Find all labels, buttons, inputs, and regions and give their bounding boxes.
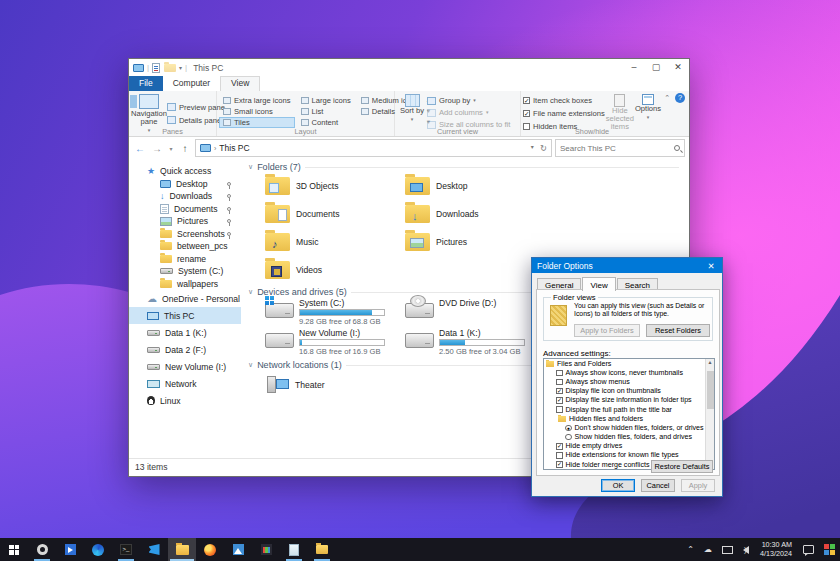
sidebar-item-wallpapers[interactable]: wallpapers — [129, 278, 241, 291]
refresh-icon[interactable]: ↻ — [540, 143, 547, 153]
sidebar-item-onedrive[interactable]: ☁OneDrive - Personal — [129, 290, 241, 307]
apply-button[interactable]: Apply — [681, 479, 715, 492]
taskbar-file-explorer[interactable] — [168, 538, 196, 561]
sidebar-item-documents[interactable]: Documents — [129, 203, 241, 216]
start-button[interactable] — [0, 538, 28, 561]
list-check-hide-extensions[interactable]: Hide extensions for known file types — [544, 451, 714, 460]
volume-icon[interactable] — [738, 538, 754, 561]
taskbar-photos[interactable] — [224, 538, 252, 561]
address-dropdown-icon[interactable]: ▾ — [531, 143, 534, 153]
collapse-icon[interactable]: ∨ — [248, 361, 253, 369]
sidebar-item-between-pcs[interactable]: between_pcs — [129, 240, 241, 253]
minimize-button[interactable]: – — [623, 59, 645, 76]
drive-tile-new-volume[interactable]: New Volume (I:) 16.8 GB free of 16.9 GB — [265, 327, 405, 357]
sidebar-item-quick-access[interactable]: ★Quick access — [129, 165, 241, 178]
sidebar-item-data2[interactable]: Data 2 (F:) — [129, 341, 241, 358]
folder-tile-videos[interactable]: Videos — [265, 256, 405, 284]
ok-button[interactable]: OK — [601, 479, 635, 492]
sidebar-item-desktop[interactable]: Desktop — [129, 178, 241, 191]
scrollbar[interactable]: ▲▼ — [705, 359, 714, 469]
list-radio-dont-show-hidden[interactable]: ●Don't show hidden files, folders, or dr… — [544, 423, 714, 432]
folder-tile-documents[interactable]: Documents — [265, 200, 405, 228]
folder-tile-downloads[interactable]: ↓Downloads — [405, 200, 545, 228]
search-icon[interactable] — [674, 145, 680, 151]
taskbar-clock[interactable]: 10:30 AM 4/13/2024 — [754, 541, 798, 558]
close-button[interactable]: ✕ — [667, 59, 689, 76]
tab-computer[interactable]: Computer — [163, 76, 220, 91]
item-check-boxes-checkbox[interactable]: ✓ Item check boxes — [523, 95, 605, 106]
sidebar-item-new-volume[interactable]: New Volume (I:) — [129, 358, 241, 375]
sidebar-item-pictures[interactable]: Pictures — [129, 215, 241, 228]
colorful-app-icon[interactable] — [819, 538, 840, 561]
taskbar-terminal[interactable]: >_ — [112, 538, 140, 561]
minimize-ribbon-icon[interactable]: ⌃ — [664, 94, 670, 102]
onedrive-icon[interactable]: ☁ — [699, 538, 717, 561]
layout-small-icons[interactable]: Small icons — [219, 106, 295, 117]
network-tile-theater[interactable]: Theater — [265, 372, 405, 398]
qat-properties-icon[interactable] — [152, 63, 160, 73]
cancel-button[interactable]: Cancel — [641, 479, 675, 492]
maximize-button[interactable]: ▢ — [645, 59, 667, 76]
drive-tile-data1[interactable]: Data 1 (K:) 2.50 GB free of 3.04 GB — [405, 327, 545, 357]
sidebar-item-this-pc[interactable]: This PC — [129, 307, 241, 324]
qat-customize-icon[interactable]: ▾ — [179, 64, 182, 71]
address-bar[interactable]: › This PC ▾ ↻ — [195, 139, 552, 157]
layout-extra-large-icons[interactable]: Extra large icons — [219, 95, 295, 106]
list-check-display-full-path[interactable]: Display the full path in the title bar — [544, 405, 714, 414]
sidebar-item-rename[interactable]: rename — [129, 253, 241, 266]
group-by-button[interactable]: Group by ▾ — [427, 95, 510, 106]
taskbar-notepad[interactable] — [280, 538, 308, 561]
up-button[interactable]: ↑ — [178, 143, 192, 154]
drive-tile-system-c[interactable]: System (C:) 9.28 GB free of 68.8 GB — [265, 297, 405, 327]
collapse-icon[interactable]: ∨ — [248, 288, 253, 296]
sidebar-item-data1[interactable]: Data 1 (K:) — [129, 324, 241, 341]
breadcrumb[interactable]: This PC — [219, 143, 249, 153]
dialog-close-button[interactable]: ✕ — [700, 261, 722, 271]
taskbar-folder[interactable] — [308, 538, 336, 561]
sidebar-item-linux[interactable]: Linux — [129, 392, 241, 409]
sidebar-item-screenshots[interactable]: Screenshots — [129, 228, 241, 241]
collapse-icon[interactable]: ∨ — [248, 163, 253, 171]
add-columns-button[interactable]: Add columns ▾ — [427, 107, 510, 118]
taskbar-vscode[interactable] — [140, 538, 168, 561]
taskbar-store[interactable] — [252, 538, 280, 561]
tray-expand-icon[interactable]: ⌃ — [682, 538, 699, 561]
sidebar-item-network[interactable]: Network — [129, 375, 241, 392]
folder-tile-pictures[interactable]: Pictures — [405, 228, 545, 256]
layout-list[interactable]: List — [297, 106, 355, 117]
recent-locations-icon[interactable]: ▾ — [167, 145, 175, 152]
back-button[interactable]: ← — [133, 143, 147, 154]
sort-by-button[interactable]: Sort by ▾ — [397, 93, 427, 130]
list-radio-show-hidden[interactable]: Show hidden files, folders, and drives — [544, 433, 714, 442]
tab-view[interactable]: View — [220, 76, 260, 91]
restore-defaults-button[interactable]: Restore Defaults — [651, 460, 713, 473]
taskbar-firefox[interactable] — [196, 538, 224, 561]
search-input[interactable] — [560, 144, 674, 153]
forward-button[interactable]: → — [150, 143, 164, 154]
display-icon[interactable] — [717, 538, 738, 561]
list-check-display-file-size[interactable]: ✓Display file size information in folder… — [544, 396, 714, 405]
tab-view[interactable]: View — [582, 277, 615, 291]
folder-tile-desktop[interactable]: Desktop — [405, 172, 545, 200]
notifications-icon[interactable] — [798, 538, 819, 561]
list-check-always-show-icons[interactable]: Always show icons, never thumbnails — [544, 368, 714, 377]
taskbar-settings[interactable] — [28, 538, 56, 561]
folder-tile-3d-objects[interactable]: 3D Objects — [265, 172, 405, 200]
layout-large-icons[interactable]: Large icons — [297, 95, 355, 106]
sidebar-item-system-c[interactable]: System (C:) — [129, 265, 241, 278]
qat-new-folder-icon[interactable] — [164, 64, 176, 72]
advanced-settings-list[interactable]: Files and Folders Always show icons, nev… — [543, 358, 715, 470]
help-icon[interactable]: ? — [675, 93, 685, 103]
list-check-always-show-menus[interactable]: Always show menus — [544, 377, 714, 386]
sidebar-item-downloads[interactable]: ↓Downloads — [129, 190, 241, 203]
file-name-extensions-checkbox[interactable]: ✓ File name extensions — [523, 108, 605, 119]
drive-tile-dvd[interactable]: DVD Drive (D:) — [405, 297, 545, 327]
search-box[interactable] — [555, 139, 685, 157]
list-check-display-file-icon[interactable]: ✓Display file icon on thumbnails — [544, 387, 714, 396]
list-check-hide-empty-drives[interactable]: ✓Hide empty drives — [544, 442, 714, 451]
taskbar-edge[interactable] — [84, 538, 112, 561]
scroll-thumb[interactable] — [707, 371, 714, 409]
apply-to-folders-button[interactable]: Apply to Folders — [574, 324, 640, 337]
section-header-folders[interactable]: ∨ Folders (7) — [241, 162, 689, 172]
folder-tile-music[interactable]: ♪Music — [265, 228, 405, 256]
